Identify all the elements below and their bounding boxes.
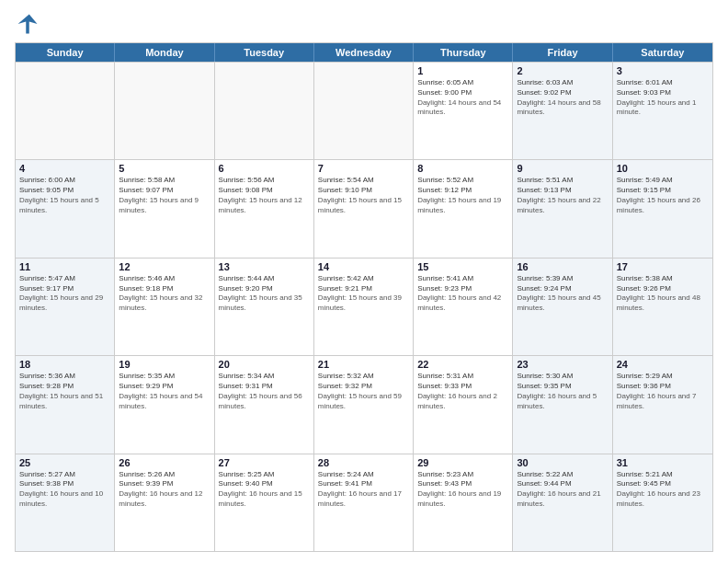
cell-info: Sunrise: 5:25 AMSunset: 9:40 PMDaylight:… — [219, 470, 310, 510]
day-number: 5 — [119, 163, 210, 174]
calendar-cell-8: 8Sunrise: 5:52 AMSunset: 9:12 PMDaylight… — [414, 160, 513, 257]
day-number: 19 — [119, 359, 210, 370]
weekday-header-tuesday: Tuesday — [215, 43, 314, 62]
calendar-cell-3: 3Sunrise: 6:01 AMSunset: 9:03 PMDaylight… — [613, 63, 712, 159]
cell-info: Sunrise: 5:49 AMSunset: 9:15 PMDaylight:… — [617, 176, 709, 215]
weekday-header-friday: Friday — [513, 43, 612, 62]
cell-info: Sunrise: 5:51 AMSunset: 9:13 PMDaylight:… — [517, 176, 608, 215]
cell-info: Sunrise: 5:54 AMSunset: 9:10 PMDaylight:… — [318, 176, 409, 215]
day-number: 10 — [617, 163, 709, 174]
calendar-cell-26: 26Sunrise: 5:26 AMSunset: 9:39 PMDayligh… — [115, 454, 214, 551]
page: SundayMondayTuesdayWednesdayThursdayFrid… — [0, 0, 728, 563]
calendar-row-2: 4Sunrise: 6:00 AMSunset: 9:05 PMDaylight… — [16, 159, 712, 257]
cell-info: Sunrise: 5:27 AMSunset: 9:38 PMDaylight:… — [19, 470, 110, 510]
weekday-header-monday: Monday — [115, 43, 214, 62]
calendar-cell-18: 18Sunrise: 5:36 AMSunset: 9:28 PMDayligh… — [16, 356, 115, 453]
weekday-header-wednesday: Wednesday — [314, 43, 414, 62]
calendar-row-3: 11Sunrise: 5:47 AMSunset: 9:17 PMDayligh… — [16, 258, 712, 355]
day-number: 6 — [219, 163, 310, 174]
calendar-cell-16: 16Sunrise: 5:39 AMSunset: 9:24 PMDayligh… — [513, 259, 612, 355]
calendar-cell-25: 25Sunrise: 5:27 AMSunset: 9:38 PMDayligh… — [16, 454, 115, 551]
cell-info: Sunrise: 5:31 AMSunset: 9:33 PMDaylight:… — [417, 372, 508, 411]
cell-info: Sunrise: 5:23 AMSunset: 9:43 PMDaylight:… — [417, 470, 508, 510]
calendar-cell-27: 27Sunrise: 5:25 AMSunset: 9:40 PMDayligh… — [215, 454, 314, 551]
cell-info: Sunrise: 6:05 AMSunset: 9:00 PMDaylight:… — [417, 78, 508, 118]
cell-info: Sunrise: 5:36 AMSunset: 9:28 PMDaylight:… — [19, 372, 110, 411]
cell-info: Sunrise: 5:32 AMSunset: 9:32 PMDaylight:… — [318, 372, 409, 411]
day-number: 3 — [617, 65, 709, 76]
day-number: 15 — [417, 261, 508, 272]
calendar-cell-empty — [115, 63, 214, 159]
calendar-cell-20: 20Sunrise: 5:34 AMSunset: 9:31 PMDayligh… — [215, 356, 314, 453]
cell-info: Sunrise: 5:46 AMSunset: 9:18 PMDaylight:… — [119, 274, 210, 314]
day-number: 24 — [617, 359, 709, 370]
day-number: 1 — [417, 65, 508, 76]
weekday-header-saturday: Saturday — [613, 43, 712, 62]
weekday-header-sunday: Sunday — [16, 43, 115, 62]
day-number: 14 — [318, 261, 409, 272]
cell-info: Sunrise: 5:22 AMSunset: 9:44 PMDaylight:… — [517, 470, 608, 510]
cell-info: Sunrise: 5:30 AMSunset: 9:35 PMDaylight:… — [517, 372, 608, 411]
cell-info: Sunrise: 5:44 AMSunset: 9:20 PMDaylight:… — [219, 274, 310, 314]
cell-info: Sunrise: 5:56 AMSunset: 9:08 PMDaylight:… — [219, 176, 310, 215]
calendar-cell-7: 7Sunrise: 5:54 AMSunset: 9:10 PMDaylight… — [314, 160, 414, 257]
calendar-cell-12: 12Sunrise: 5:46 AMSunset: 9:18 PMDayligh… — [115, 259, 214, 355]
calendar-cell-10: 10Sunrise: 5:49 AMSunset: 9:15 PMDayligh… — [613, 160, 712, 257]
svg-marker-0 — [18, 15, 38, 34]
calendar-cell-11: 11Sunrise: 5:47 AMSunset: 9:17 PMDayligh… — [16, 259, 115, 355]
calendar-cell-2: 2Sunrise: 6:03 AMSunset: 9:02 PMDaylight… — [513, 63, 612, 159]
calendar-cell-23: 23Sunrise: 5:30 AMSunset: 9:35 PMDayligh… — [513, 356, 612, 453]
day-number: 21 — [318, 359, 409, 370]
cell-info: Sunrise: 5:26 AMSunset: 9:39 PMDaylight:… — [119, 470, 210, 510]
calendar-cell-13: 13Sunrise: 5:44 AMSunset: 9:20 PMDayligh… — [215, 259, 314, 355]
calendar-cell-15: 15Sunrise: 5:41 AMSunset: 9:23 PMDayligh… — [414, 259, 513, 355]
cell-info: Sunrise: 5:21 AMSunset: 9:45 PMDaylight:… — [617, 470, 709, 510]
cell-info: Sunrise: 6:00 AMSunset: 9:05 PMDaylight:… — [19, 176, 110, 215]
calendar-cell-5: 5Sunrise: 5:58 AMSunset: 9:07 PMDaylight… — [115, 160, 214, 257]
cell-info: Sunrise: 5:41 AMSunset: 9:23 PMDaylight:… — [417, 274, 508, 314]
header — [15, 11, 713, 37]
cell-info: Sunrise: 5:34 AMSunset: 9:31 PMDaylight:… — [219, 372, 310, 411]
day-number: 27 — [219, 457, 310, 468]
cell-info: Sunrise: 6:03 AMSunset: 9:02 PMDaylight:… — [517, 78, 608, 118]
day-number: 2 — [517, 65, 608, 76]
day-number: 26 — [119, 457, 210, 468]
cell-info: Sunrise: 5:24 AMSunset: 9:41 PMDaylight:… — [318, 470, 409, 510]
calendar-row-5: 25Sunrise: 5:27 AMSunset: 9:38 PMDayligh… — [16, 454, 712, 551]
calendar: SundayMondayTuesdayWednesdayThursdayFrid… — [15, 42, 713, 552]
day-number: 28 — [318, 457, 409, 468]
cell-info: Sunrise: 5:39 AMSunset: 9:24 PMDaylight:… — [517, 274, 608, 314]
logo — [15, 11, 44, 37]
cell-info: Sunrise: 5:35 AMSunset: 9:29 PMDaylight:… — [119, 372, 210, 411]
day-number: 13 — [219, 261, 310, 272]
cell-info: Sunrise: 5:38 AMSunset: 9:26 PMDaylight:… — [617, 274, 709, 314]
cell-info: Sunrise: 5:42 AMSunset: 9:21 PMDaylight:… — [318, 274, 409, 314]
calendar-cell-30: 30Sunrise: 5:22 AMSunset: 9:44 PMDayligh… — [513, 454, 612, 551]
day-number: 16 — [517, 261, 608, 272]
day-number: 23 — [517, 359, 608, 370]
logo-icon — [15, 11, 40, 37]
day-number: 9 — [517, 163, 608, 174]
calendar-body: 1Sunrise: 6:05 AMSunset: 9:00 PMDaylight… — [16, 62, 712, 551]
calendar-cell-24: 24Sunrise: 5:29 AMSunset: 9:36 PMDayligh… — [613, 356, 712, 453]
calendar-cell-19: 19Sunrise: 5:35 AMSunset: 9:29 PMDayligh… — [115, 356, 214, 453]
day-number: 7 — [318, 163, 409, 174]
weekday-header-thursday: Thursday — [414, 43, 513, 62]
calendar-cell-empty — [314, 63, 414, 159]
day-number: 29 — [417, 457, 508, 468]
calendar-cell-9: 9Sunrise: 5:51 AMSunset: 9:13 PMDaylight… — [513, 160, 612, 257]
day-number: 12 — [119, 261, 210, 272]
calendar-cell-empty — [215, 63, 314, 159]
cell-info: Sunrise: 5:47 AMSunset: 9:17 PMDaylight:… — [19, 274, 110, 314]
calendar-row-1: 1Sunrise: 6:05 AMSunset: 9:00 PMDaylight… — [16, 62, 712, 159]
day-number: 8 — [417, 163, 508, 174]
calendar-cell-14: 14Sunrise: 5:42 AMSunset: 9:21 PMDayligh… — [314, 259, 414, 355]
calendar-cell-6: 6Sunrise: 5:56 AMSunset: 9:08 PMDaylight… — [215, 160, 314, 257]
calendar-cell-17: 17Sunrise: 5:38 AMSunset: 9:26 PMDayligh… — [613, 259, 712, 355]
day-number: 20 — [219, 359, 310, 370]
day-number: 17 — [617, 261, 709, 272]
calendar-cell-4: 4Sunrise: 6:00 AMSunset: 9:05 PMDaylight… — [16, 160, 115, 257]
day-number: 25 — [19, 457, 110, 468]
cell-info: Sunrise: 5:29 AMSunset: 9:36 PMDaylight:… — [617, 372, 709, 411]
cell-info: Sunrise: 6:01 AMSunset: 9:03 PMDaylight:… — [617, 78, 709, 118]
